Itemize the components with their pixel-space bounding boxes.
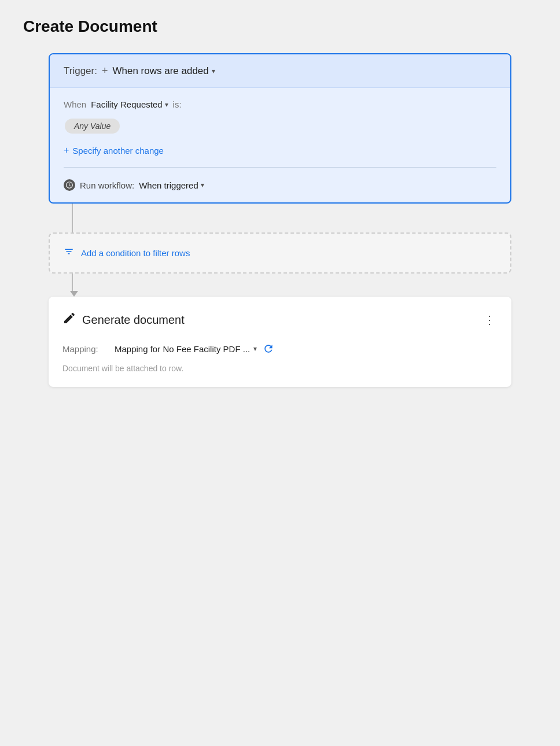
mapping-dropdown-arrow: ▾ — [253, 345, 257, 353]
arrow-line — [72, 274, 73, 291]
run-dropdown-arrow: ▾ — [201, 181, 204, 189]
field-dropdown[interactable]: Facility Requested ▾ — [91, 99, 168, 109]
trigger-card: Trigger: + When rows are added ▾ When Fa… — [49, 53, 511, 204]
add-condition-plus-icon: + — [64, 145, 69, 156]
trigger-value-text: When rows are added — [112, 65, 208, 77]
trigger-value-button[interactable]: When rows are added ▾ — [112, 65, 215, 77]
run-value-text: When triggered — [139, 180, 198, 190]
generate-document-icon — [62, 311, 76, 328]
is-text: is: — [173, 99, 182, 109]
generate-title-group: Generate document — [62, 311, 185, 328]
field-dropdown-arrow: ▾ — [165, 101, 168, 109]
three-dots-menu-button[interactable]: ⋮ — [481, 311, 498, 329]
add-condition-label: Specify another change — [72, 146, 164, 156]
filter-card[interactable]: Add a condition to filter rows — [49, 232, 511, 274]
attached-note: Document will be attached to row. — [62, 364, 498, 373]
clock-icon — [64, 179, 75, 191]
run-value-dropdown[interactable]: When triggered ▾ — [139, 180, 204, 190]
arrow-connector — [72, 274, 78, 297]
any-value-badge[interactable]: Any Value — [65, 119, 120, 134]
filter-link-text: Add a condition to filter rows — [81, 248, 190, 258]
plus-icon: + — [102, 65, 108, 77]
generate-card: Generate document ⋮ Mapping: Mapping for… — [49, 297, 511, 387]
run-workflow-row: Run workflow: When triggered ▾ — [64, 179, 496, 191]
mapping-value-text: Mapping for No Fee Facility PDF ... — [115, 344, 250, 354]
trigger-label: Trigger: — [64, 65, 97, 77]
field-name: Facility Requested — [91, 99, 162, 109]
when-text: When — [64, 99, 86, 109]
trigger-dropdown-arrow: ▾ — [212, 67, 215, 75]
when-row: When Facility Requested ▾ is: — [64, 99, 496, 109]
arrow-head — [70, 291, 78, 297]
refresh-icon[interactable] — [263, 343, 274, 354]
run-label: Run workflow: — [80, 180, 134, 190]
connector-line — [72, 204, 73, 232]
page-title: Create Document — [23, 17, 537, 36]
workflow-container: Trigger: + When rows are added ▾ When Fa… — [49, 53, 511, 387]
add-condition-link[interactable]: + Specify another change — [64, 145, 496, 156]
mapping-value-dropdown[interactable]: Mapping for No Fee Facility PDF ... ▾ — [115, 344, 257, 354]
mapping-label: Mapping: — [62, 344, 109, 354]
filter-icon — [64, 246, 74, 260]
trigger-header: Trigger: + When rows are added ▾ — [50, 54, 510, 88]
mapping-row: Mapping: Mapping for No Fee Facility PDF… — [62, 343, 498, 354]
generate-title-text: Generate document — [82, 313, 185, 327]
trigger-body: When Facility Requested ▾ is: Any Value … — [50, 88, 510, 202]
divider — [64, 167, 496, 168]
generate-header: Generate document ⋮ — [62, 311, 498, 329]
